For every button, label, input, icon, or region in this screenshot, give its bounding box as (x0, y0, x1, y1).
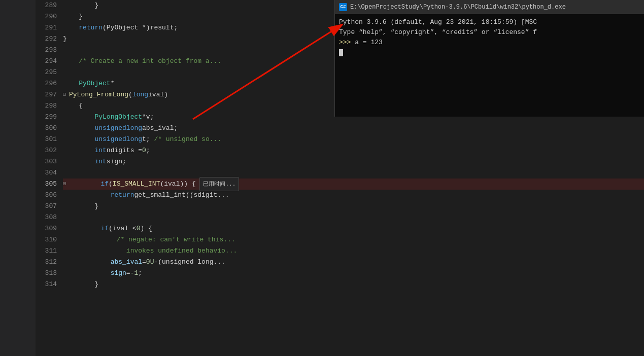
code-line-309: ⊟ if (ival < 0) { (63, 223, 644, 234)
sidebar (0, 0, 36, 356)
line-num-303: 303 (36, 156, 57, 167)
line-num-291: 291 (36, 22, 57, 33)
collapse-icon-305[interactable]: ⊟ (63, 179, 69, 190)
line-num-314: 314 (36, 279, 57, 290)
code-line-310: ⊟ /* negate: can't write this... (63, 234, 644, 245)
time-tooltip: 已用时间... (199, 177, 239, 191)
line-num-308: 308 (36, 212, 57, 223)
collapse-icon-297[interactable]: ⊟ (63, 89, 69, 100)
code-line-305: ⊟ if (IS_SMALL_INT(ival)) { 已用时间... (63, 179, 644, 190)
line-num-292: 292 (36, 33, 57, 45)
terminal-line-2: Type “help”, “copyright”, “credits” or “… (339, 27, 640, 38)
line-num-296: 296 (36, 78, 57, 89)
code-line-311: invokes undefined behavio... (63, 245, 644, 257)
line-num-304: 304 (36, 167, 57, 179)
code-line-314: } (63, 279, 644, 290)
code-line-302: int ndigits = 0; (63, 145, 644, 156)
code-line-301: unsigned long t; /* unsigned so... (63, 134, 644, 145)
line-num-295: 295 (36, 67, 57, 78)
code-line-304 (63, 167, 644, 179)
code-line-303: int sign; (63, 156, 644, 167)
terminal-titlebar: C# E:\OpenProjectStudy\Python-3.9.6\PCbu… (335, 0, 644, 14)
line-num-306: 306 (36, 190, 57, 201)
line-num-310: 310 (36, 234, 57, 245)
line-num-300: 300 (36, 123, 57, 134)
terminal-cursor (339, 49, 343, 56)
line-num-301: 301 (36, 134, 57, 145)
line-num-289: 289 (36, 0, 57, 11)
line-num-307: 307 (36, 201, 57, 212)
terminal-line-1: Python 3.9.6 (default, Aug 23 2021, 18:1… (339, 17, 640, 27)
line-numbers: 289 290 291 292 293 294 295 296 297 298 … (36, 0, 61, 356)
terminal-icon: C# (339, 3, 347, 11)
terminal-line-3: >>> a = 123 (339, 38, 640, 48)
code-line-313: sign = -1; (63, 268, 644, 279)
line-num-313: 313 (36, 268, 57, 279)
line-num-305: 305 (36, 179, 57, 190)
line-num-298: 298 (36, 100, 57, 112)
terminal-title: E:\OpenProjectStudy\Python-3.9.6\PCbuild… (350, 4, 566, 11)
line-num-294: 294 (36, 56, 57, 67)
line-num-302: 302 (36, 145, 57, 156)
code-line-300: unsigned long abs_ival; (63, 123, 644, 134)
line-num-309: 309 (36, 223, 57, 234)
main-container: 289 290 291 292 293 294 295 296 297 298 … (0, 0, 644, 356)
line-num-297: 297 (36, 89, 57, 100)
line-num-293: 293 (36, 45, 57, 56)
line-num-299: 299 (36, 112, 57, 123)
code-line-306: return get_small_int((sdigit... (63, 190, 644, 201)
code-line-307: } (63, 201, 644, 212)
code-line-312: abs_ival = 0U-(unsigned long... (63, 257, 644, 268)
terminal-panel: C# E:\OpenProjectStudy\Python-3.9.6\PCbu… (334, 0, 644, 117)
line-num-312: 312 (36, 257, 57, 268)
line-num-311: 311 (36, 245, 57, 257)
terminal-body[interactable]: Python 3.9.6 (default, Aug 23 2021, 18:1… (335, 14, 644, 61)
line-num-290: 290 (36, 11, 57, 22)
terminal-line-4 (339, 48, 640, 58)
code-line-308 (63, 212, 644, 223)
